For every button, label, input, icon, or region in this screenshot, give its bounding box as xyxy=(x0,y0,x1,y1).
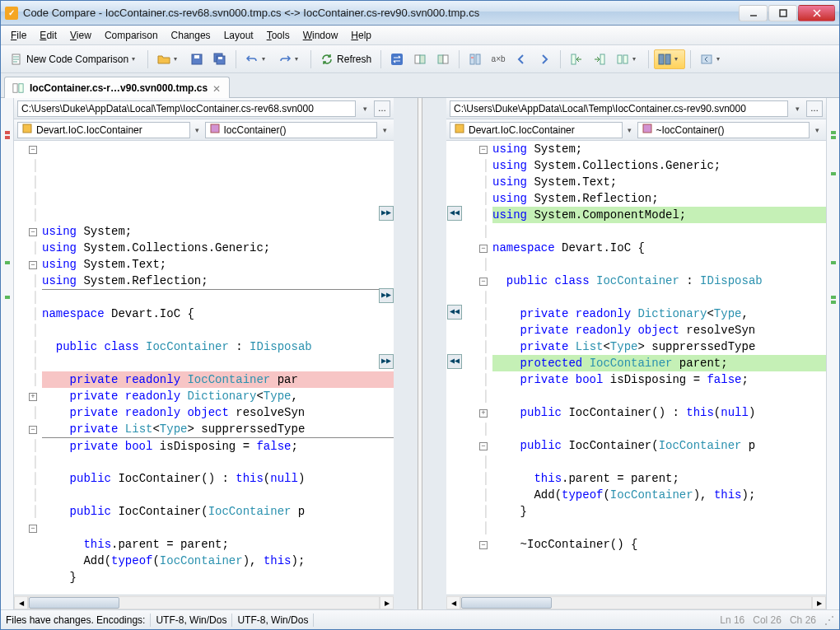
left-method-combo[interactable]: IocContainer() xyxy=(205,122,378,138)
browse-button[interactable]: … xyxy=(806,100,823,117)
left-editor[interactable]: −││││−│−│││││││+│−│││││− ▶▶ ▶▶ ▶▶ using … xyxy=(14,141,394,609)
code-line[interactable]: using System; xyxy=(492,141,826,157)
code-line[interactable]: private List<Type> supprerssedType xyxy=(42,421,394,437)
scroll-right-icon[interactable]: ▶ xyxy=(380,596,394,609)
code-line[interactable]: using System; xyxy=(42,223,394,240)
tab-close-button[interactable]: ✕ xyxy=(212,83,222,93)
merge-left-arrow-button[interactable]: ◀◀ xyxy=(447,354,462,369)
save-all-button[interactable] xyxy=(209,49,231,69)
code-line[interactable]: } xyxy=(42,569,394,586)
code-line[interactable]: ~IocContainer() { xyxy=(492,536,826,553)
menu-help[interactable]: Help xyxy=(344,27,378,44)
scrollbar-horizontal[interactable]: ◀ ▶ xyxy=(446,595,826,609)
code-line[interactable]: private bool isDisposing = false; xyxy=(42,437,394,454)
code-line[interactable]: using System.Text; xyxy=(492,174,826,190)
code-line[interactable] xyxy=(492,421,826,437)
right-method-combo[interactable]: ~IocContainer() xyxy=(637,122,810,138)
minimize-button[interactable] xyxy=(739,5,768,21)
merge-left-arrow-button[interactable]: ◀◀ xyxy=(447,206,462,221)
code-line[interactable]: using System.ComponentModel; xyxy=(492,207,826,223)
code-line[interactable]: public IocContainer() : this(null) xyxy=(42,470,394,487)
code-line[interactable]: public IocContainer(IocContainer p xyxy=(492,437,826,454)
dropdown-icon[interactable]: ▾ xyxy=(379,126,390,134)
code-line[interactable] xyxy=(492,388,826,404)
scroll-left-icon[interactable]: ◀ xyxy=(446,596,460,609)
code-line[interactable] xyxy=(42,520,394,536)
code-line[interactable]: namespace Devart.IoC { xyxy=(42,306,394,322)
document-tab[interactable]: IocContainer.cs-r…v90.svn000.tmp.cs ✕ xyxy=(4,77,230,98)
code-line[interactable]: namespace Devart.IoC { xyxy=(492,240,826,256)
close-button[interactable] xyxy=(798,5,835,21)
code-line[interactable] xyxy=(492,289,826,306)
path-dropdown-icon[interactable]: ▾ xyxy=(791,105,803,113)
menu-edit[interactable]: Edit xyxy=(33,27,63,44)
code-line[interactable] xyxy=(42,355,394,371)
code-line[interactable]: private readonly object resolveSyn xyxy=(492,322,826,338)
code-line[interactable]: private List<Type> supprerssedType xyxy=(492,338,826,355)
path-dropdown-icon[interactable]: ▾ xyxy=(359,105,371,113)
maximize-button[interactable] xyxy=(768,5,797,21)
code-line[interactable]: Add(typeof(IocContainer), this); xyxy=(42,553,394,569)
fold-gutter[interactable]: −│││││−│−│││││││+│−│││││− xyxy=(464,141,492,595)
overview-ruler-right[interactable] xyxy=(826,98,839,609)
code-line[interactable] xyxy=(42,289,394,306)
code-line[interactable]: using System.Reflection; xyxy=(42,273,394,289)
code-line[interactable]: private readonly Dictionary<Type, xyxy=(492,306,826,322)
prev-diff-button[interactable] xyxy=(511,49,532,69)
right-path-input[interactable]: C:\Users\Duke\AppData\Local\Temp\IocCont… xyxy=(450,100,788,117)
browse-button[interactable]: … xyxy=(374,100,390,117)
next-diff-button[interactable] xyxy=(534,49,555,69)
code-line[interactable]: public IocContainer(IocContainer p xyxy=(42,503,394,520)
resize-grip-icon[interactable]: ⋰ xyxy=(824,614,834,626)
scroll-left-icon[interactable]: ◀ xyxy=(14,596,28,609)
scroll-right-icon[interactable]: ▶ xyxy=(812,596,826,609)
menu-changes[interactable]: Changes xyxy=(165,27,217,44)
merge-right-arrow-button[interactable]: ▶▶ xyxy=(379,206,394,221)
dropdown-icon[interactable]: ▾ xyxy=(811,126,823,134)
code-line[interactable]: using System.Text; xyxy=(42,256,394,273)
code-line[interactable] xyxy=(42,586,394,595)
left-namespace-combo[interactable]: Devart.IoC.IocContainer xyxy=(17,122,190,138)
code-line[interactable]: protected IocContainer parent; xyxy=(492,355,826,371)
merge-right-arrow-button[interactable]: ▶▶ xyxy=(379,354,394,369)
text-diff-button[interactable]: a×b xyxy=(488,49,509,69)
titlebar[interactable]: ✓ Code Compare - IocContainer.cs-rev68.s… xyxy=(1,1,839,26)
menu-tools[interactable]: Tools xyxy=(260,27,296,44)
menu-window[interactable]: Window xyxy=(296,27,345,44)
menu-layout[interactable]: Layout xyxy=(217,27,260,44)
overview-ruler-left[interactable] xyxy=(1,98,14,609)
code-line[interactable]: this.parent = parent; xyxy=(492,470,826,487)
menu-comparison[interactable]: Comparison xyxy=(98,27,165,44)
right-editor[interactable]: ◀◀ ◀◀ ◀◀ −│││││−│−│││││││+│−│││││− using… xyxy=(446,141,826,609)
open-button[interactable]: ▾ xyxy=(153,49,184,69)
scrollbar-horizontal[interactable]: ◀ ▶ xyxy=(14,595,394,609)
code-line[interactable]: private bool isDisposing = false; xyxy=(492,371,826,388)
nav-diff-button[interactable] xyxy=(464,49,486,69)
code-line[interactable]: } xyxy=(492,503,826,520)
copy-left-button[interactable] xyxy=(409,49,431,69)
menu-file[interactable]: File xyxy=(4,27,33,44)
dropdown-icon[interactable]: ▾ xyxy=(624,126,636,134)
code-line[interactable] xyxy=(492,520,826,536)
undo-button[interactable]: ▾ xyxy=(241,49,273,69)
merge-gutter[interactable]: ◀◀ ◀◀ ◀◀ xyxy=(446,141,464,595)
left-path-input[interactable]: C:\Users\Duke\AppData\Local\Temp\IocCont… xyxy=(17,100,356,117)
code-line[interactable] xyxy=(42,322,394,338)
merge-right-button[interactable] xyxy=(589,49,610,69)
merge-all-button[interactable]: ▾ xyxy=(612,49,643,69)
code-line[interactable] xyxy=(492,454,826,470)
right-namespace-combo[interactable]: Devart.IoC.IocContainer xyxy=(450,122,623,138)
layout-vertical-button[interactable]: ▾ xyxy=(654,49,685,69)
save-button[interactable] xyxy=(186,49,208,69)
code-line[interactable]: private readonly object resolveSyn xyxy=(42,404,394,421)
code-line[interactable]: using System.Collections.Generic; xyxy=(42,240,394,256)
dropdown-icon[interactable]: ▾ xyxy=(192,126,203,134)
code-body[interactable]: ▶▶ ▶▶ ▶▶ using System;using System.Colle… xyxy=(42,141,394,595)
new-comparison-button[interactable]: New Code Comparison ▾ xyxy=(6,49,142,69)
merge-right-arrow-button[interactable]: ▶▶ xyxy=(379,288,394,303)
code-line[interactable] xyxy=(492,256,826,273)
code-line[interactable]: using System.Reflection; xyxy=(492,190,826,207)
expand-button[interactable]: ▾ xyxy=(696,49,727,69)
code-line[interactable]: private readonly Dictionary<Type, xyxy=(42,388,394,404)
menu-view[interactable]: View xyxy=(63,27,98,44)
